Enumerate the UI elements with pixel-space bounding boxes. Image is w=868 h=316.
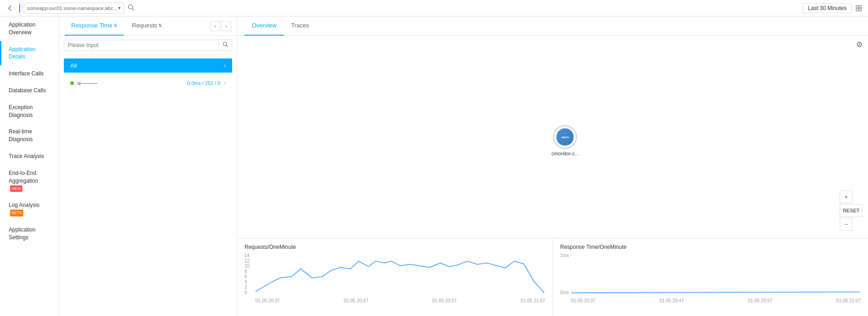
left-panel-tabs: Response Time ⇅ Requests ⇅ ‹ ›	[59, 16, 237, 36]
content-area: Response Time ⇅ Requests ⇅ ‹ ›	[59, 16, 868, 316]
topology-area: ⚙ Serv cmonitor-c... + RESET	[237, 36, 868, 238]
panels-row: Response Time ⇅ Requests ⇅ ‹ ›	[59, 16, 868, 316]
main-layout: Application Overview Application Details…	[0, 16, 868, 316]
node-circle: Serv	[553, 125, 577, 149]
sidebar-item-application-settings[interactable]: Application Settings	[0, 221, 59, 246]
response-time-chart-title: Response Time/OneMinute	[560, 244, 861, 250]
svg-line-7	[226, 45, 228, 47]
sidebar-item-log-analysis[interactable]: Log Analysis BETA	[0, 197, 59, 221]
sort-icon-requests: ⇅	[158, 23, 162, 28]
sidebar-item-end-to-end-aggregation[interactable]: End-to-End Aggregation NEW	[0, 165, 59, 197]
sort-icon-response-time: ⇅	[114, 23, 117, 28]
response-time-chart-svg	[571, 253, 861, 294]
node-inner: Serv	[556, 128, 574, 146]
grid-icon[interactable]	[854, 4, 863, 13]
svg-rect-3	[859, 5, 862, 8]
sidebar-item-realtime-diagnosis[interactable]: Real-time Diagnosis	[0, 123, 59, 148]
all-services-item[interactable]: All ›	[64, 58, 232, 73]
dropdown-arrow: ▾	[118, 5, 121, 11]
sidebar: Application Overview Application Details…	[0, 16, 59, 316]
requests-chart-area: 14 12 10 8 6 4 2 0	[244, 253, 545, 303]
right-area: Overview Traces ⚙ Serv	[237, 16, 868, 316]
zoom-out-button[interactable]: −	[840, 218, 852, 231]
requests-chart: Requests/OneMinute 14 12 10 8 6 4 2 0	[237, 238, 553, 316]
search-icon[interactable]	[128, 4, 134, 12]
svg-rect-5	[859, 9, 862, 11]
requests-chart-title: Requests/OneMinute	[244, 244, 545, 250]
tab-nav-arrows: ‹ ›	[210, 21, 231, 31]
tab-requests[interactable]: Requests ⇅	[125, 16, 168, 36]
nav-next-button[interactable]: ›	[221, 21, 231, 31]
tab-response-time[interactable]: Response Time ⇅	[65, 16, 124, 36]
sidebar-item-trace-analysis[interactable]: Trace Analysis	[0, 148, 59, 165]
reset-button[interactable]: RESET	[840, 204, 863, 217]
requests-x-labels: 01-05 20:37 01-05 20:47 01-05 20:57 01-0…	[255, 298, 545, 303]
sidebar-item-interface-calls[interactable]: Interface Calls	[0, 65, 59, 82]
service-arrow-icon: ›	[224, 80, 226, 86]
response-time-chart: Response Time/OneMinute 1ms 0ms	[553, 238, 868, 316]
sidebar-item-application-overview[interactable]: Application Overview	[0, 16, 59, 41]
node-label: cmonitor-c...	[551, 151, 579, 156]
sidebar-item-database-calls[interactable]: Database Calls	[0, 82, 59, 99]
svg-rect-2	[856, 5, 858, 8]
sidebar-item-application-details[interactable]: Application Details	[0, 41, 59, 66]
requests-y-labels: 14 12 10 8 6 4 2 0	[244, 253, 249, 295]
requests-chart-svg	[255, 253, 545, 294]
time-selector[interactable]: Last 30 Minutes	[803, 3, 852, 13]
nav-prev-button[interactable]: ‹	[210, 21, 220, 31]
response-time-y-labels: 1ms 0ms	[560, 253, 569, 295]
svg-rect-4	[856, 9, 858, 11]
response-time-x-labels: 01-05 20:37 01-05 20:47 01-05 20:57 01-0…	[571, 298, 861, 303]
service-list-item[interactable]: u--------- 0.0ms / 252 / 0 ›	[64, 76, 232, 90]
all-chevron-icon: ›	[224, 62, 226, 69]
beta-badge: BETA	[10, 210, 23, 216]
tab-traces[interactable]: Traces	[284, 16, 316, 36]
zoom-in-button[interactable]: +	[840, 190, 852, 203]
settings-icon[interactable]: ⚙	[856, 40, 863, 49]
divider	[19, 4, 20, 13]
back-button[interactable]	[5, 3, 16, 14]
new-badge: NEW	[10, 185, 22, 192]
breadcrumb-dropdown[interactable]: someapp-svc01.some-namespace.abc123 ▾	[24, 3, 124, 14]
svg-line-1	[132, 9, 134, 11]
response-time-chart-area: 1ms 0ms	[560, 253, 861, 303]
service-node[interactable]: Serv cmonitor-c...	[551, 125, 579, 156]
left-panel: Response Time ⇅ Requests ⇅ ‹ ›	[59, 16, 237, 316]
breadcrumb-value: someapp-svc01.some-namespace.abc123	[27, 5, 118, 11]
service-stats-label: 0.0ms / 252 / 0	[187, 80, 220, 86]
search-input[interactable]	[64, 40, 219, 51]
charts-area: Requests/OneMinute 14 12 10 8 6 4 2 0	[237, 238, 868, 316]
search-bar	[59, 36, 237, 55]
top-bar: someapp-svc01.some-namespace.abc123 ▾ La…	[0, 0, 868, 16]
service-name-label: u---------	[78, 80, 183, 86]
tab-overview[interactable]: Overview	[244, 16, 284, 36]
service-status-dot	[70, 81, 74, 85]
search-button[interactable]	[219, 39, 232, 51]
time-controls: Last 30 Minutes	[803, 3, 863, 13]
view-tabs: Overview Traces	[237, 16, 868, 36]
sidebar-item-exception-diagnosis[interactable]: Exception Diagnosis	[0, 99, 59, 124]
zoom-controls: + RESET −	[840, 190, 863, 231]
